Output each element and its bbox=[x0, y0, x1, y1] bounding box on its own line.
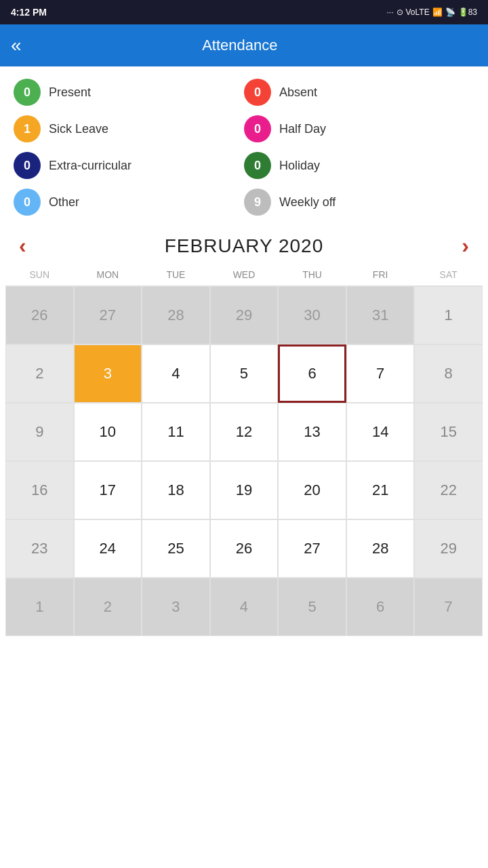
calendar-cell[interactable]: 14 bbox=[346, 403, 415, 461]
calendar-cell[interactable]: 22 bbox=[414, 461, 483, 519]
legend-item-other: 0 Other bbox=[14, 189, 244, 216]
calendar-cell[interactable]: 24 bbox=[74, 519, 142, 578]
calendar-cell[interactable]: 27 bbox=[278, 519, 346, 578]
legend-label-holiday: Holiday bbox=[279, 159, 320, 173]
wifi-icon: 📡 bbox=[445, 7, 455, 17]
legend-item-extra-curricular: 0 Extra-curricular bbox=[14, 152, 244, 179]
legend-label-absent: Absent bbox=[279, 85, 317, 100]
calendar-cell[interactable]: 3 bbox=[74, 344, 142, 403]
calendar-cell[interactable]: 20 bbox=[278, 461, 346, 519]
calendar-cell[interactable]: 6 bbox=[278, 344, 346, 403]
legend-item-sick-leave: 1 Sick Leave bbox=[14, 115, 244, 142]
calendar-cell[interactable]: 17 bbox=[74, 461, 142, 519]
calendar-cell[interactable]: 27 bbox=[74, 286, 142, 344]
legend-grid: 0 Present 0 Absent 1 Sick Leave 0 Half D… bbox=[0, 66, 488, 222]
legend-badge-half-day: 0 bbox=[244, 115, 271, 142]
calendar-cell[interactable]: 1 bbox=[414, 286, 483, 344]
back-button[interactable]: « bbox=[11, 35, 22, 56]
header: « Attendance bbox=[0, 24, 488, 66]
calendar-cell[interactable]: 28 bbox=[142, 286, 210, 344]
legend-label-extra-curricular: Extra-curricular bbox=[49, 159, 131, 173]
calendar-cell[interactable]: 23 bbox=[5, 519, 74, 578]
calendar-cell[interactable]: 26 bbox=[210, 519, 279, 578]
calendar-cell[interactable]: 2 bbox=[5, 344, 74, 403]
calendar-cell[interactable]: 12 bbox=[210, 403, 279, 461]
legend-badge-weekly-off: 9 bbox=[244, 189, 271, 216]
calendar-cell[interactable]: 9 bbox=[5, 403, 74, 461]
legend-item-holiday: 0 Holiday bbox=[244, 152, 474, 179]
day-header-sat: SAT bbox=[414, 264, 483, 285]
calendar-cell[interactable]: 15 bbox=[414, 403, 483, 461]
calendar-cell[interactable]: 1 bbox=[5, 578, 74, 636]
calendar-cell[interactable]: 7 bbox=[346, 344, 415, 403]
calendar-day-headers: SUNMONTUEWEDTHUFRISAT bbox=[5, 264, 483, 286]
legend-label-sick-leave: Sick Leave bbox=[49, 122, 108, 136]
calendar-cell[interactable]: 5 bbox=[210, 344, 279, 403]
calendar-nav: ‹ FEBRUARY 2020 › bbox=[0, 222, 488, 264]
calendar-month-year: FEBRUARY 2020 bbox=[165, 235, 324, 257]
calendar-cell[interactable]: 8 bbox=[414, 344, 483, 403]
calendar-cell[interactable]: 6 bbox=[346, 578, 415, 636]
legend-item-half-day: 0 Half Day bbox=[244, 115, 474, 142]
page-title: Attendance bbox=[33, 37, 447, 54]
day-header-sun: SUN bbox=[5, 264, 74, 285]
day-header-fri: FRI bbox=[346, 264, 415, 285]
calendar-cell[interactable]: 25 bbox=[142, 519, 210, 578]
calendar-cell[interactable]: 30 bbox=[278, 286, 346, 344]
legend-badge-sick-leave: 1 bbox=[14, 115, 41, 142]
calendar-cell[interactable]: 5 bbox=[278, 578, 346, 636]
calendar-cell[interactable]: 26 bbox=[5, 286, 74, 344]
calendar-cell[interactable]: 21 bbox=[346, 461, 415, 519]
legend-badge-holiday: 0 bbox=[244, 152, 271, 179]
legend-badge-other: 0 bbox=[14, 189, 41, 216]
alarm-icon: ⊙ bbox=[396, 7, 403, 17]
network-dots-icon: ··· bbox=[386, 7, 393, 17]
calendar-cell[interactable]: 13 bbox=[278, 403, 346, 461]
calendar-cell[interactable]: 28 bbox=[346, 519, 415, 578]
legend-item-present: 0 Present bbox=[14, 79, 244, 106]
calendar-cell[interactable]: 11 bbox=[142, 403, 210, 461]
day-header-tue: TUE bbox=[142, 264, 210, 285]
calendar-cell[interactable]: 10 bbox=[74, 403, 142, 461]
volte-icon: VoLTE bbox=[406, 7, 430, 17]
status-icons: ··· ⊙ VoLTE 📶 📡 🔋83 bbox=[386, 7, 477, 17]
legend-item-weekly-off: 9 Weekly off bbox=[244, 189, 474, 216]
calendar-cell[interactable]: 4 bbox=[210, 578, 279, 636]
calendar-cell[interactable]: 7 bbox=[414, 578, 483, 636]
legend-badge-absent: 0 bbox=[244, 79, 271, 106]
calendar-grid: 2627282930311234567891011121314151617181… bbox=[5, 286, 483, 636]
calendar-cell[interactable]: 4 bbox=[142, 344, 210, 403]
day-header-thu: THU bbox=[278, 264, 346, 285]
signal-icon: 📶 bbox=[432, 7, 443, 17]
calendar: SUNMONTUEWEDTHUFRISAT 262728293031123456… bbox=[0, 264, 488, 636]
day-header-mon: MON bbox=[74, 264, 142, 285]
status-time: 4:12 PM bbox=[11, 7, 47, 18]
status-bar: 4:12 PM ··· ⊙ VoLTE 📶 📡 🔋83 bbox=[0, 0, 488, 24]
legend-label-other: Other bbox=[49, 195, 79, 210]
legend-label-present: Present bbox=[49, 85, 91, 100]
legend-label-weekly-off: Weekly off bbox=[279, 195, 336, 210]
legend-label-half-day: Half Day bbox=[279, 122, 326, 136]
battery-icon: 🔋83 bbox=[458, 7, 477, 17]
calendar-cell[interactable]: 2 bbox=[74, 578, 142, 636]
calendar-cell[interactable]: 29 bbox=[210, 286, 279, 344]
calendar-cell[interactable]: 3 bbox=[142, 578, 210, 636]
calendar-cell[interactable]: 31 bbox=[346, 286, 415, 344]
calendar-cell[interactable]: 16 bbox=[5, 461, 74, 519]
next-month-button[interactable]: › bbox=[456, 233, 474, 258]
calendar-cell[interactable]: 18 bbox=[142, 461, 210, 519]
prev-month-button[interactable]: ‹ bbox=[14, 233, 32, 258]
legend-item-absent: 0 Absent bbox=[244, 79, 474, 106]
calendar-cell[interactable]: 29 bbox=[414, 519, 483, 578]
day-header-wed: WED bbox=[210, 264, 279, 285]
legend-badge-present: 0 bbox=[14, 79, 41, 106]
calendar-cell[interactable]: 19 bbox=[210, 461, 279, 519]
legend-badge-extra-curricular: 0 bbox=[14, 152, 41, 179]
